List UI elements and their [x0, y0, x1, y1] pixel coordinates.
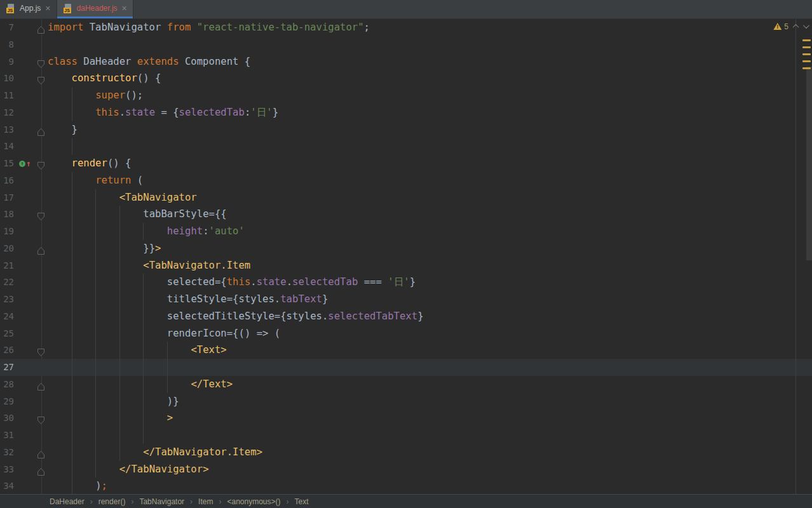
fold-marker-up-icon[interactable] [37, 244, 45, 253]
fold-marker-down-icon[interactable] [37, 159, 45, 168]
breadcrumb-item-text[interactable]: Text [295, 497, 309, 506]
line-number[interactable]: 27 [0, 359, 14, 376]
code-text[interactable]: ); [48, 478, 812, 495]
breadcrumb-item-item[interactable]: Item [198, 497, 213, 506]
code-text[interactable]: <Text> [48, 342, 812, 359]
line-number[interactable]: 29 [0, 393, 14, 410]
code-editor[interactable]: 7import TabNavigator from "react-native-… [0, 19, 812, 494]
code-text[interactable]: import TabNavigator from "react-native-t… [48, 19, 812, 36]
fold-marker-down-icon[interactable] [37, 74, 45, 83]
fold-marker-down-icon[interactable] [37, 57, 45, 66]
code-text[interactable]: this.state = {selectedTab:'日'} [48, 104, 812, 121]
code-text[interactable]: class DaHeader extends Component { [48, 53, 812, 70]
gutter [14, 410, 48, 427]
fold-marker-up-icon[interactable] [37, 465, 45, 474]
warning-stripe[interactable] [802, 46, 811, 48]
line-number[interactable]: 17 [0, 189, 14, 206]
breadcrumb-item-anonymous[interactable]: <anonymous>() [227, 497, 280, 506]
chevron-up-icon[interactable] [793, 24, 799, 30]
line-number[interactable]: 11 [0, 87, 14, 104]
scrollbar-thumb[interactable] [806, 67, 812, 260]
line-number[interactable]: 8 [0, 36, 14, 53]
line-number[interactable]: 7 [0, 19, 14, 36]
inspections-widget[interactable]: ! 5 [773, 22, 808, 31]
code-text[interactable]: tabBarStyle={{ [48, 206, 812, 223]
warning-stripe[interactable] [802, 53, 811, 55]
line-number[interactable]: 14 [0, 138, 14, 155]
code-text[interactable] [48, 427, 812, 444]
fold-marker-up-icon[interactable] [37, 125, 45, 134]
line-number[interactable]: 19 [0, 223, 14, 240]
gutter [14, 291, 48, 308]
code-text[interactable]: selectedTitleStyle={styles.selectedTabTe… [48, 308, 812, 325]
breadcrumb-item-render[interactable]: render() [98, 497, 126, 506]
line-number[interactable]: 31 [0, 427, 14, 444]
code-text[interactable]: render() { [48, 155, 812, 172]
warning-stripe[interactable] [802, 60, 811, 62]
code-text[interactable]: selected={this.state.selectedTab === '日'… [48, 274, 812, 291]
fold-marker-down-icon[interactable] [37, 345, 45, 354]
code-text[interactable] [48, 138, 812, 155]
indent-guide [72, 359, 72, 376]
line-number[interactable]: 10 [0, 70, 14, 87]
line-number[interactable]: 20 [0, 240, 14, 257]
code-text[interactable]: )} [48, 393, 812, 410]
editor-line-34: 34); [0, 478, 812, 495]
gutter [14, 138, 48, 155]
tab-App.js[interactable]: JSApp.js× [0, 0, 57, 18]
line-number[interactable]: 28 [0, 376, 14, 393]
gutter [14, 36, 48, 53]
warning-stripe[interactable] [802, 39, 811, 41]
line-number[interactable]: 25 [0, 325, 14, 342]
line-number[interactable]: 12 [0, 104, 14, 121]
close-icon[interactable]: × [122, 4, 127, 13]
tab-daHeader.js[interactable]: JSdaHeader.js× [57, 0, 133, 18]
code-token: super [95, 90, 125, 101]
code-text[interactable]: } [48, 121, 812, 138]
line-number[interactable]: 23 [0, 291, 14, 308]
line-number[interactable]: 16 [0, 172, 14, 189]
code-text[interactable]: titleStyle={styles.tabText} [48, 291, 812, 308]
breadcrumb-item-tabnavigator[interactable]: TabNavigator [139, 497, 184, 506]
line-number[interactable]: 21 [0, 257, 14, 274]
code-text[interactable]: super(); [48, 87, 812, 104]
code-text[interactable]: constructor() { [48, 70, 812, 87]
line-number[interactable]: 26 [0, 342, 14, 359]
code-text[interactable]: <TabNavigator.Item [48, 257, 812, 274]
close-icon[interactable]: × [45, 4, 50, 13]
override-method-icon[interactable]: ↑↑ [19, 159, 31, 168]
code-text[interactable]: height:'auto' [48, 223, 812, 240]
breadcrumb-item-daheader[interactable]: DaHeader [50, 497, 85, 506]
code-text[interactable]: </Text> [48, 376, 812, 393]
fold-marker-down-icon[interactable] [37, 210, 45, 218]
code-text[interactable]: </TabNavigator.Item> [48, 444, 812, 461]
code-text[interactable]: > [48, 410, 812, 427]
code-text[interactable]: </TabNavigator> [48, 461, 812, 478]
code-text[interactable]: return ( [48, 172, 812, 189]
line-number[interactable]: 32 [0, 444, 14, 461]
line-number[interactable]: 34 [0, 478, 14, 495]
fold-marker-up-icon[interactable] [37, 380, 45, 389]
indent-guide [95, 393, 96, 410]
code-text[interactable]: renderIcon={() => ( [48, 325, 812, 342]
editor-line-11: 11super(); [0, 87, 812, 104]
fold-marker-up-icon[interactable] [37, 448, 45, 457]
line-number[interactable]: 18 [0, 206, 14, 223]
code-text[interactable] [48, 36, 812, 53]
line-number[interactable]: 13 [0, 121, 14, 138]
code-text[interactable] [48, 359, 812, 376]
line-number[interactable]: 9 [0, 53, 14, 70]
editor-line-9: 9class DaHeader extends Component { [0, 53, 812, 70]
fold-marker-down-icon[interactable] [37, 413, 45, 422]
indent-guide [95, 461, 96, 478]
line-number[interactable]: 33 [0, 461, 14, 478]
code-text[interactable]: <TabNavigator [48, 189, 812, 206]
gutter: ↑↑ [14, 155, 48, 172]
line-number[interactable]: 24 [0, 308, 14, 325]
warning-stripe[interactable] [802, 67, 811, 69]
fold-marker-up-icon[interactable] [37, 23, 45, 32]
line-number[interactable]: 30 [0, 410, 14, 427]
line-number[interactable]: 22 [0, 274, 14, 291]
line-number[interactable]: 15 [0, 155, 14, 172]
code-text[interactable]: }}> [48, 240, 812, 257]
